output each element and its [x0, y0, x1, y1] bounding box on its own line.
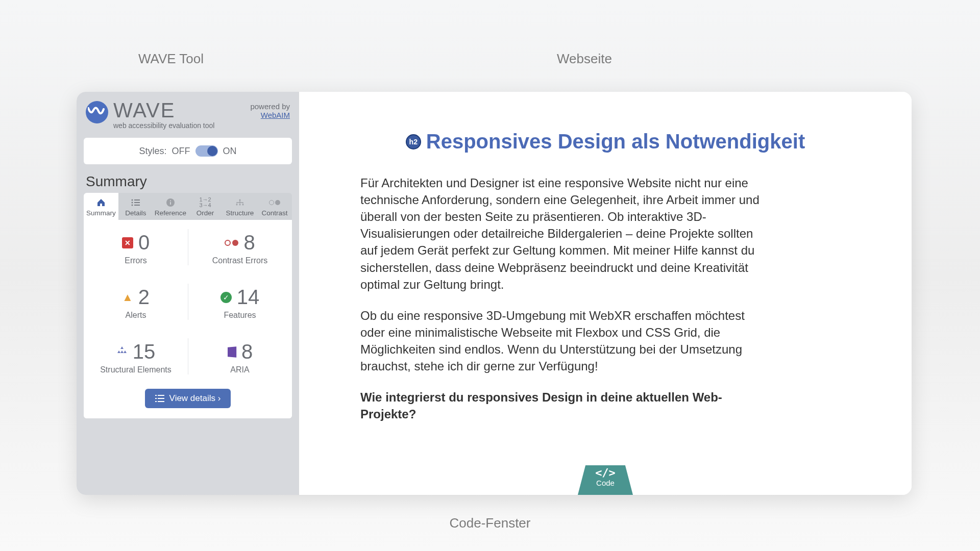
styles-label: Styles: — [139, 146, 166, 157]
aria-icon — [228, 346, 236, 357]
contrast-error-icon — [225, 240, 238, 246]
feature-icon: ✓ — [220, 292, 232, 303]
svg-rect-21 — [155, 401, 157, 402]
svg-point-10 — [236, 204, 238, 206]
home-icon — [84, 197, 118, 208]
svg-rect-3 — [134, 202, 140, 203]
styles-off-label: OFF — [172, 146, 190, 157]
svg-rect-5 — [134, 205, 140, 206]
powered-by: powered by WebAIM — [250, 100, 290, 119]
tab-details[interactable]: Details — [118, 193, 153, 220]
brand-tagline: web accessibility evaluation tool — [113, 121, 214, 130]
tab-structure[interactable]: Structure — [223, 193, 257, 220]
wave-sidebar: WAVE web accessibility evaluation tool p… — [77, 92, 299, 495]
svg-rect-8 — [170, 201, 171, 202]
svg-point-2 — [132, 202, 133, 204]
paragraph-2: Ob du eine responsive 3D-Umgebung mit We… — [360, 307, 769, 374]
code-icon: </> — [578, 467, 633, 479]
styles-toggle[interactable] — [195, 145, 218, 157]
code-panel-toggle[interactable]: </> Code — [578, 465, 633, 495]
brand-name: WAVE — [113, 100, 214, 120]
info-icon — [153, 197, 188, 208]
wave-tabs: Summary Details Reference 1→23→4 Ord — [84, 193, 292, 220]
wave-logo-icon — [86, 101, 108, 123]
tab-summary[interactable]: Summary — [84, 193, 118, 220]
metric-aria: 8 ARIA — [188, 329, 292, 384]
svg-rect-17 — [155, 395, 157, 396]
region-label-code-window: Code-Fenster — [0, 515, 980, 531]
svg-marker-16 — [124, 350, 127, 353]
tab-contrast[interactable]: Contrast — [257, 193, 292, 220]
svg-marker-15 — [120, 350, 124, 353]
svg-rect-1 — [134, 199, 140, 201]
view-details-button[interactable]: View details › — [145, 389, 231, 408]
structure-icon — [223, 197, 257, 208]
svg-marker-13 — [120, 346, 124, 349]
metric-structural: 15 Structural Elements — [84, 329, 188, 384]
svg-rect-22 — [158, 401, 164, 402]
styles-on-label: ON — [223, 146, 237, 157]
error-icon: ✕ — [122, 237, 133, 248]
app-window: WAVE web accessibility evaluation tool p… — [77, 92, 912, 495]
paragraph-1: Für Architekten und Designer ist eine re… — [360, 174, 769, 293]
summary-heading: Summary — [86, 173, 292, 190]
contrast-icon — [257, 197, 292, 208]
svg-marker-14 — [117, 350, 120, 353]
page-heading: Responsives Design als Notwendigkeit — [426, 130, 805, 153]
webpage-content: h2 Responsives Design als Notwendigkeit … — [299, 92, 912, 495]
metric-alerts: ▲ 2 Alerts — [84, 274, 188, 329]
styles-toggle-row: Styles: OFF ON — [84, 138, 292, 164]
structural-icon — [116, 346, 128, 358]
list-icon — [155, 395, 164, 402]
webaim-link[interactable]: WebAIM — [261, 111, 290, 119]
svg-rect-18 — [158, 395, 164, 396]
svg-rect-20 — [158, 398, 164, 399]
region-label-webpage: Webseite — [265, 51, 903, 67]
region-label-wave: WAVE Tool — [77, 51, 265, 67]
summary-grid: ✕ 0 Errors 8 Contrast Errors — [84, 220, 292, 418]
alert-icon: ▲ — [122, 291, 133, 304]
svg-rect-19 — [155, 398, 157, 399]
list-icon — [118, 197, 153, 208]
svg-point-12 — [242, 204, 244, 206]
metric-features: ✓ 14 Features — [188, 274, 292, 329]
order-icon: 1→23→4 — [188, 197, 223, 208]
svg-point-0 — [132, 199, 133, 201]
tab-reference[interactable]: Reference — [153, 193, 188, 220]
svg-point-11 — [239, 204, 241, 206]
h2-badge-icon: h2 — [406, 134, 421, 149]
svg-rect-7 — [170, 202, 171, 205]
svg-point-4 — [132, 205, 133, 206]
metric-contrast-errors: 8 Contrast Errors — [188, 220, 292, 274]
metric-errors: ✕ 0 Errors — [84, 220, 188, 274]
paragraph-question: Wie integrierst du responsives Design in… — [360, 389, 769, 422]
tab-order[interactable]: 1→23→4 Order — [188, 193, 223, 220]
